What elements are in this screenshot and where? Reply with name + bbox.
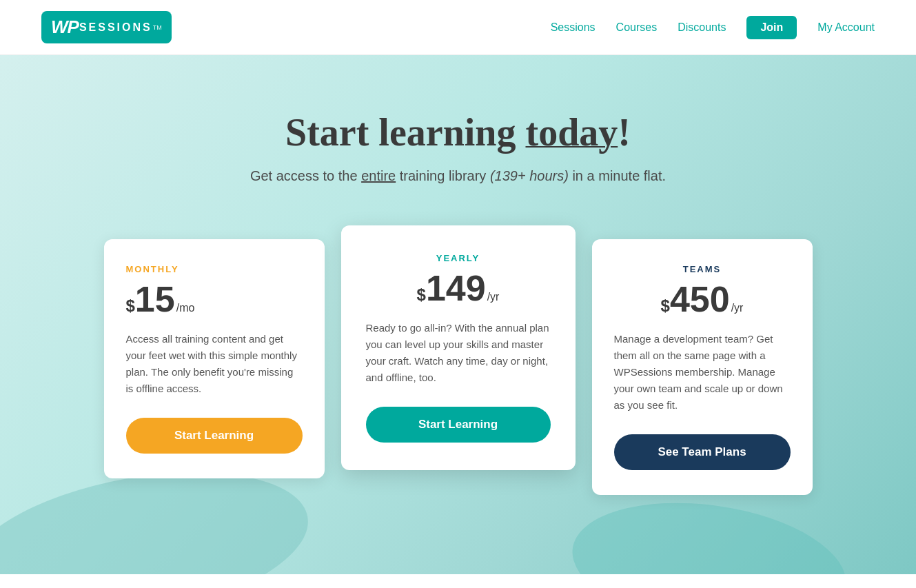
yearly-dollar: $	[417, 285, 426, 305]
monthly-amount: 15	[135, 281, 175, 317]
teams-price-row: $ 450 /yr	[614, 281, 791, 317]
subtitle-hours: (139+ hours)	[490, 168, 569, 183]
monthly-dollar: $	[126, 296, 135, 316]
subtitle-before: Get access to the	[250, 168, 361, 183]
hero-section: Start learning today! Get access to the …	[0, 55, 916, 574]
yearly-price-row: $ 149 /yr	[366, 270, 551, 306]
monthly-price-row: $ 15 /mo	[126, 281, 303, 317]
nav-discounts[interactable]: Discounts	[678, 21, 726, 34]
logo-tm: TM	[153, 24, 162, 31]
subtitle-middle: training library	[396, 168, 490, 183]
monthly-label: MONTHLY	[126, 264, 303, 274]
monthly-card: MONTHLY $ 15 /mo Access all training con…	[104, 239, 325, 478]
yearly-amount: 149	[426, 270, 486, 306]
logo-box: WP SESSIONS TM	[41, 11, 172, 43]
teams-period: /yr	[731, 302, 744, 314]
nav-courses[interactable]: Courses	[616, 21, 658, 34]
yearly-card: YEARLY $ 149 /yr Ready to go all-in? Wit…	[341, 225, 576, 470]
subtitle-entire: entire	[361, 168, 396, 183]
teams-card: TEAMS $ 450 /yr Manage a development tea…	[592, 239, 813, 495]
logo[interactable]: WP SESSIONS TM	[41, 11, 172, 43]
pricing-cards: MONTHLY $ 15 /mo Access all training con…	[79, 225, 837, 509]
yearly-desc: Ready to go all-in? With the annual plan…	[366, 320, 551, 386]
teams-amount: 450	[670, 281, 730, 317]
hero-title-exclaim: !	[618, 111, 631, 154]
hero-title-today: today	[525, 111, 618, 154]
hero-title-start: Start learning	[285, 111, 525, 154]
main-nav: Sessions Courses Discounts Join My Accou…	[551, 16, 875, 39]
subtitle-after: in a minute flat.	[569, 168, 666, 183]
join-button[interactable]: Join	[746, 16, 797, 39]
logo-wp-text: WP	[51, 17, 79, 38]
yearly-period: /yr	[487, 291, 500, 303]
hero-subtitle: Get access to the entire training librar…	[250, 168, 666, 184]
hero-title: Start learning today!	[285, 110, 631, 154]
logo-sessions-text: SESSIONS	[79, 21, 152, 34]
nav-my-account[interactable]: My Account	[817, 21, 875, 34]
teams-cta-button[interactable]: See Team Plans	[614, 434, 791, 470]
nav-sessions[interactable]: Sessions	[551, 21, 596, 34]
monthly-desc: Access all training content and get your…	[126, 331, 303, 397]
header: WP SESSIONS TM Sessions Courses Discount…	[0, 0, 916, 55]
teams-dollar: $	[661, 296, 670, 316]
yearly-cta-button[interactable]: Start Learning	[366, 407, 551, 443]
teams-label: TEAMS	[614, 264, 791, 274]
teams-desc: Manage a development team? Get them all …	[614, 331, 791, 414]
monthly-period: /mo	[176, 302, 195, 314]
monthly-cta-button[interactable]: Start Learning	[126, 418, 303, 454]
yearly-label: YEARLY	[366, 253, 551, 263]
